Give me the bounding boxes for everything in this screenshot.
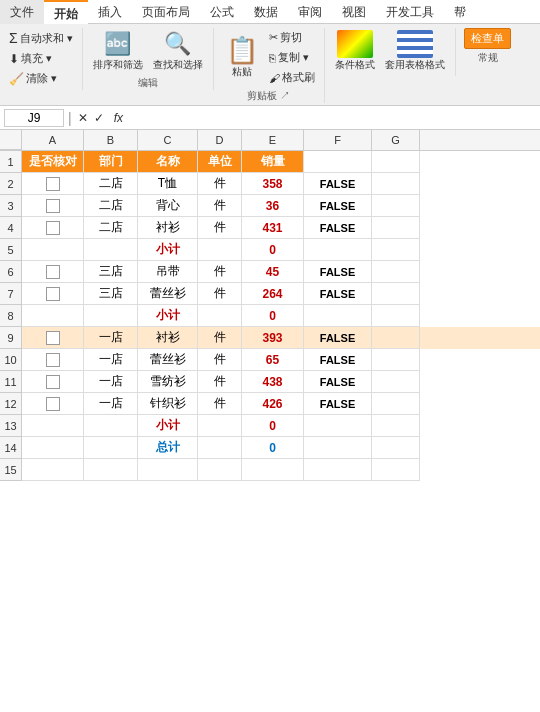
cell-e13[interactable]: 0 — [242, 415, 304, 437]
header-cell-a[interactable]: 是否核对 — [22, 151, 84, 173]
cell-c8[interactable]: 小计 — [138, 305, 198, 327]
cell-d3[interactable]: 件 — [198, 195, 242, 217]
cell-a14[interactable] — [22, 437, 84, 459]
cell-f10[interactable]: FALSE — [304, 349, 372, 371]
cell-c6[interactable]: 吊带 — [138, 261, 198, 283]
cell-d8[interactable] — [198, 305, 242, 327]
cell-a3[interactable] — [22, 195, 84, 217]
cell-a5[interactable] — [22, 239, 84, 261]
tab-data[interactable]: 数据 — [244, 0, 288, 24]
tab-insert[interactable]: 插入 — [88, 0, 132, 24]
cell-f4[interactable]: FALSE — [304, 217, 372, 239]
cell-b8[interactable] — [84, 305, 138, 327]
cell-c7[interactable]: 蕾丝衫 — [138, 283, 198, 305]
cell-e8[interactable]: 0 — [242, 305, 304, 327]
cell-c14[interactable]: 总计 — [138, 437, 198, 459]
cell-d11[interactable]: 件 — [198, 371, 242, 393]
col-header-b[interactable]: B — [84, 130, 138, 150]
cell-b10[interactable]: 一店 — [84, 349, 138, 371]
checkbox[interactable] — [46, 375, 60, 389]
col-header-d[interactable]: D — [198, 130, 242, 150]
cancel-formula-icon[interactable]: ✕ — [76, 111, 90, 125]
formula-input[interactable] — [131, 110, 536, 126]
cell-d7[interactable]: 件 — [198, 283, 242, 305]
paste-button[interactable]: 📋 粘贴 — [220, 35, 264, 81]
cell-d10[interactable]: 件 — [198, 349, 242, 371]
cell-g8[interactable] — [372, 305, 420, 327]
header-cell-b[interactable]: 部门 — [84, 151, 138, 173]
cell-e10[interactable]: 65 — [242, 349, 304, 371]
cell-a12[interactable] — [22, 393, 84, 415]
cell-g11[interactable] — [372, 371, 420, 393]
cell-f12[interactable]: FALSE — [304, 393, 372, 415]
cell-c15[interactable] — [138, 459, 198, 481]
cell-e7[interactable]: 264 — [242, 283, 304, 305]
header-cell-g[interactable] — [372, 151, 420, 173]
cell-c2[interactable]: T恤 — [138, 173, 198, 195]
find-select-button[interactable]: 🔍 查找和选择 — [149, 28, 207, 74]
cell-f15[interactable] — [304, 459, 372, 481]
col-header-g[interactable]: G — [372, 130, 420, 150]
tab-file[interactable]: 文件 — [0, 0, 44, 24]
cell-b11[interactable]: 一店 — [84, 371, 138, 393]
conditional-format-button[interactable]: 条件格式 — [331, 28, 379, 74]
col-header-f[interactable]: F — [304, 130, 372, 150]
cell-reference-input[interactable] — [4, 109, 64, 127]
cell-g13[interactable] — [372, 415, 420, 437]
cell-g4[interactable] — [372, 217, 420, 239]
cell-d15[interactable] — [198, 459, 242, 481]
sort-filter-button[interactable]: 🔤 排序和筛选 — [89, 28, 147, 74]
cell-c10[interactable]: 蕾丝衫 — [138, 349, 198, 371]
cell-a6[interactable] — [22, 261, 84, 283]
cell-c11[interactable]: 雪纺衫 — [138, 371, 198, 393]
header-cell-c[interactable]: 名称 — [138, 151, 198, 173]
cell-g2[interactable] — [372, 173, 420, 195]
cell-e9[interactable]: 393 — [242, 327, 304, 349]
col-header-e[interactable]: E — [242, 130, 304, 150]
col-header-a[interactable]: A — [22, 130, 84, 150]
cell-e15[interactable] — [242, 459, 304, 481]
cell-d4[interactable]: 件 — [198, 217, 242, 239]
format-painter-button[interactable]: 🖌 格式刷 — [266, 68, 318, 87]
cell-b9[interactable]: 一店 — [84, 327, 138, 349]
cell-g3[interactable] — [372, 195, 420, 217]
cell-c9[interactable]: 衬衫 — [138, 327, 198, 349]
cell-a2[interactable] — [22, 173, 84, 195]
clear-button[interactable]: 🧹 清除 ▾ — [6, 69, 76, 88]
cell-e4[interactable]: 431 — [242, 217, 304, 239]
cell-f9[interactable]: FALSE — [304, 327, 372, 349]
cell-d5[interactable] — [198, 239, 242, 261]
cell-b12[interactable]: 一店 — [84, 393, 138, 415]
cell-e5[interactable]: 0 — [242, 239, 304, 261]
cell-e12[interactable]: 426 — [242, 393, 304, 415]
cell-b5[interactable] — [84, 239, 138, 261]
cell-a10[interactable] — [22, 349, 84, 371]
cell-c13[interactable]: 小计 — [138, 415, 198, 437]
cell-g5[interactable] — [372, 239, 420, 261]
checkbox[interactable] — [46, 331, 60, 345]
cell-a13[interactable] — [22, 415, 84, 437]
tab-start[interactable]: 开始 — [44, 0, 88, 24]
cell-f6[interactable]: FALSE — [304, 261, 372, 283]
cell-d2[interactable]: 件 — [198, 173, 242, 195]
tab-developer[interactable]: 开发工具 — [376, 0, 444, 24]
checkbox[interactable] — [46, 221, 60, 235]
cell-f3[interactable]: FALSE — [304, 195, 372, 217]
cell-f11[interactable]: FALSE — [304, 371, 372, 393]
cell-b15[interactable] — [84, 459, 138, 481]
cell-e14[interactable]: 0 — [242, 437, 304, 459]
cell-e2[interactable]: 358 — [242, 173, 304, 195]
cell-c5[interactable]: 小计 — [138, 239, 198, 261]
checkbox[interactable] — [46, 353, 60, 367]
tab-page-layout[interactable]: 页面布局 — [132, 0, 200, 24]
tab-view[interactable]: 视图 — [332, 0, 376, 24]
cell-e3[interactable]: 36 — [242, 195, 304, 217]
cell-f5[interactable] — [304, 239, 372, 261]
cell-e11[interactable]: 438 — [242, 371, 304, 393]
cell-c12[interactable]: 针织衫 — [138, 393, 198, 415]
cut-button[interactable]: ✂ 剪切 — [266, 28, 318, 47]
autosum-button[interactable]: Σ 自动求和 ▾ — [6, 28, 76, 48]
cell-a4[interactable] — [22, 217, 84, 239]
cell-d13[interactable] — [198, 415, 242, 437]
cell-g9[interactable] — [372, 327, 420, 349]
